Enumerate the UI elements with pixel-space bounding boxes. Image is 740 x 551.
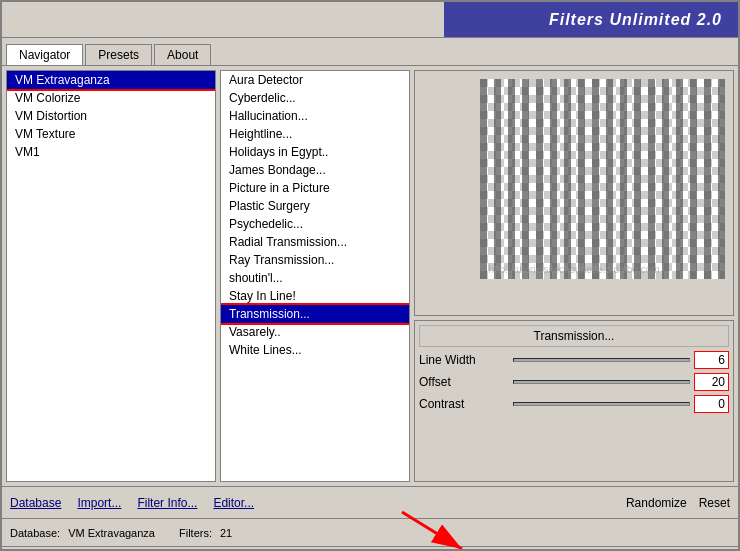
- contrast-value[interactable]: 0: [694, 395, 729, 413]
- filter-item[interactable]: Plastic Surgery: [221, 197, 409, 215]
- contrast-label: Contrast: [419, 397, 509, 411]
- empty-row-1: [419, 417, 729, 433]
- svg-rect-16: [634, 79, 641, 279]
- app-title: Filters Unlimited 2.0: [549, 11, 722, 29]
- filter-item[interactable]: Stay In Line!: [221, 287, 409, 305]
- randomize-button[interactable]: Randomize: [626, 496, 687, 510]
- bottom-toolbar: Database Import... Filter Info... Editor…: [2, 486, 738, 518]
- category-list: VM Extravaganza VM Colorize VM Distortio…: [6, 70, 216, 482]
- toolbar-right: Randomize Reset: [626, 496, 730, 510]
- category-item[interactable]: VM Colorize: [7, 89, 215, 107]
- filter-item[interactable]: Vasarely..: [221, 323, 409, 341]
- filter-label-bar: Transmission...: [419, 325, 729, 347]
- status-bar: Database: VM Extravaganza Filters: 21: [2, 518, 738, 546]
- category-item[interactable]: VM Distortion: [7, 107, 215, 125]
- filter-item[interactable]: James Bondage...: [221, 161, 409, 179]
- filters-label: Filters:: [179, 527, 212, 539]
- svg-rect-10: [550, 79, 557, 279]
- filter-item[interactable]: shoutin'l...: [221, 269, 409, 287]
- line-width-row: Line Width 6: [419, 351, 729, 369]
- filter-item[interactable]: Picture in a Picture: [221, 179, 409, 197]
- filter-item[interactable]: Ray Transmission...: [221, 251, 409, 269]
- svg-rect-8: [522, 79, 529, 279]
- svg-rect-13: [592, 79, 599, 279]
- line-width-slider[interactable]: [513, 358, 690, 362]
- filter-item[interactable]: Aura Detector: [221, 71, 409, 89]
- tab-bar: Navigator Presets About: [2, 38, 738, 66]
- filter-item[interactable]: Cyberdelic...: [221, 89, 409, 107]
- offset-row: Offset 20: [419, 373, 729, 391]
- filter-list: Aura Detector Cyberdelic... Hallucinatio…: [220, 70, 410, 482]
- import-button[interactable]: Import...: [77, 496, 121, 510]
- svg-rect-15: [620, 79, 627, 279]
- filter-item[interactable]: Radial Transmission...: [221, 233, 409, 251]
- svg-rect-7: [508, 79, 515, 279]
- preview-area: http://tutorielsitechounette.oldalbg.com: [414, 70, 734, 316]
- watermark: http://tutorielsitechounette.oldalbg.com: [488, 264, 659, 275]
- offset-label: Offset: [419, 375, 509, 389]
- offset-slider[interactable]: [513, 380, 690, 384]
- right-panel: http://tutorielsitechounette.oldalbg.com…: [414, 70, 734, 482]
- svg-rect-20: [690, 79, 697, 279]
- filter-item[interactable]: Hallucination...: [221, 107, 409, 125]
- database-button[interactable]: Database: [10, 496, 61, 510]
- action-bar: Apply Cancel Help: [2, 546, 738, 551]
- filter-item[interactable]: White Lines...: [221, 341, 409, 359]
- empty-row-2: [419, 437, 729, 453]
- svg-rect-22: [718, 79, 725, 279]
- category-item[interactable]: VM1: [7, 143, 215, 161]
- filter-info-button[interactable]: Filter Info...: [137, 496, 197, 510]
- tab-presets[interactable]: Presets: [85, 44, 152, 65]
- main-content: VM Extravaganza VM Colorize VM Distortio…: [2, 66, 738, 486]
- contrast-row: Contrast 0: [419, 395, 729, 413]
- reset-button[interactable]: Reset: [699, 496, 730, 510]
- database-value: VM Extravaganza: [68, 527, 155, 539]
- svg-rect-21: [704, 79, 711, 279]
- svg-rect-4: [480, 79, 725, 279]
- filter-item[interactable]: Holidays in Egypt..: [221, 143, 409, 161]
- svg-rect-17: [648, 79, 655, 279]
- line-width-label: Line Width: [419, 353, 509, 367]
- filter-item-transmission[interactable]: Transmission...: [221, 305, 409, 323]
- svg-rect-5: [480, 79, 487, 279]
- filter-item[interactable]: Heightline...: [221, 125, 409, 143]
- editor-button[interactable]: Editor...: [213, 496, 254, 510]
- tab-navigator[interactable]: Navigator: [6, 44, 83, 65]
- title-bar: Filters Unlimited 2.0: [2, 2, 738, 38]
- preview-image: [480, 79, 725, 279]
- filters-value: 21: [220, 527, 232, 539]
- offset-value[interactable]: 20: [694, 373, 729, 391]
- category-item[interactable]: VM Texture: [7, 125, 215, 143]
- svg-rect-6: [494, 79, 501, 279]
- tab-about[interactable]: About: [154, 44, 211, 65]
- svg-rect-12: [578, 79, 585, 279]
- filter-item[interactable]: Psychedelic...: [221, 215, 409, 233]
- line-width-value[interactable]: 6: [694, 351, 729, 369]
- svg-rect-18: [662, 79, 669, 279]
- svg-rect-9: [536, 79, 543, 279]
- category-item[interactable]: VM Extravaganza: [7, 71, 215, 89]
- svg-rect-19: [676, 79, 683, 279]
- settings-area: Transmission... Line Width 6 Offset 20 C…: [414, 320, 734, 482]
- database-label: Database:: [10, 527, 60, 539]
- contrast-slider[interactable]: [513, 402, 690, 406]
- svg-rect-14: [606, 79, 613, 279]
- empty-row-3: [419, 457, 729, 473]
- svg-rect-11: [564, 79, 571, 279]
